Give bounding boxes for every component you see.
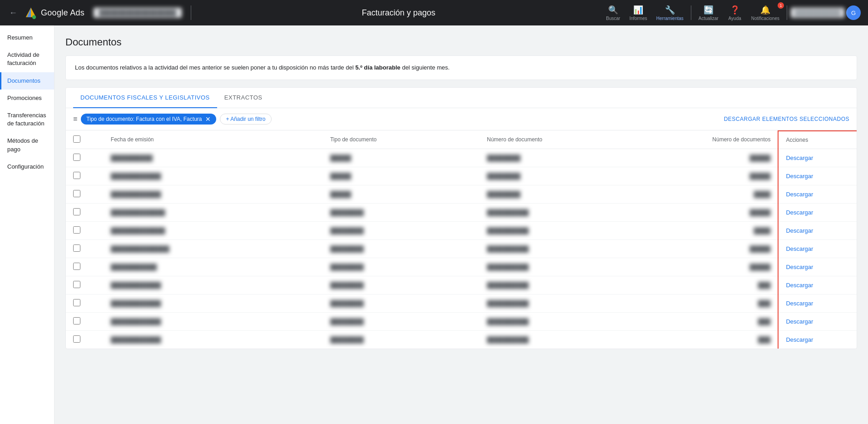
row-checkbox-cell <box>66 203 104 221</box>
row-select-checkbox[interactable] <box>73 299 80 306</box>
refresh-nav-button[interactable]: 🔄 Actualizar <box>695 3 722 23</box>
row-actions-cell: Descargar <box>778 167 857 185</box>
filter-icon[interactable]: ≡ <box>73 115 77 123</box>
sidebar-item-documentos[interactable]: Documentos <box>0 72 54 90</box>
row-num-docs: ████ <box>652 221 779 239</box>
sidebar-item-metodos[interactable]: Métodos de pago <box>0 132 54 158</box>
row-checkbox-cell <box>66 185 104 203</box>
back-button[interactable]: ← <box>7 6 19 20</box>
sidebar-item-transferencias[interactable]: Transferencias de facturación <box>0 107 54 132</box>
table-row: ████████████ ████████ ██████████ ███ Des… <box>66 276 857 294</box>
row-tipo: ████████ <box>323 258 480 276</box>
row-select-checkbox[interactable] <box>73 172 80 179</box>
row-checkbox-cell <box>66 258 104 276</box>
download-button[interactable]: Descargar <box>786 245 813 252</box>
col-header-check <box>66 131 104 149</box>
search-nav-button[interactable]: 🔍 Buscar <box>602 3 624 23</box>
row-select-checkbox[interactable] <box>73 263 80 270</box>
table-row: ████████████ ████████ ██████████ ███ Des… <box>66 312 857 330</box>
row-checkbox-cell <box>66 167 104 185</box>
col-header-acciones: Acciones <box>778 131 857 149</box>
row-tipo: ████████ <box>323 312 480 330</box>
content-card: DOCUMENTOS FISCALES Y LEGISLATIVOS EXTRA… <box>65 87 857 349</box>
row-num-docs: █████ <box>652 203 779 221</box>
row-checkbox-cell <box>66 149 104 167</box>
sidebar-item-actividad[interactable]: Actividad de facturación <box>0 46 54 72</box>
download-button[interactable]: Descargar <box>786 336 813 343</box>
row-numero-doc: ████████ <box>480 167 652 185</box>
sidebar-item-resumen[interactable]: Resumen <box>0 29 54 46</box>
table-header: Fecha de emisión Tipo de documento Númer… <box>66 131 857 149</box>
row-select-checkbox[interactable] <box>73 244 80 252</box>
row-tipo: ████████ <box>323 221 480 239</box>
row-select-checkbox[interactable] <box>73 208 80 215</box>
sidebar-item-configuracion[interactable]: Configuración <box>0 158 54 175</box>
row-fecha: ███████████ <box>104 258 323 276</box>
row-checkbox-cell <box>66 276 104 294</box>
page-wrapper: Resumen Actividad de facturación Documen… <box>0 25 868 424</box>
download-selected-button[interactable]: DESCARGAR ELEMENTOS SELECCIONADOS <box>724 116 849 122</box>
download-button[interactable]: Descargar <box>786 191 813 198</box>
notification-badge: 1 <box>778 2 784 9</box>
row-tipo: ████████ <box>323 330 480 349</box>
row-select-checkbox[interactable] <box>73 226 80 234</box>
tools-nav-label: Herramientas <box>656 16 684 21</box>
download-button[interactable]: Descargar <box>786 209 813 216</box>
add-filter-button[interactable]: + Añadir un filtro <box>220 114 271 125</box>
help-nav-button[interactable]: ❓ Ayuda <box>724 3 746 23</box>
row-select-checkbox[interactable] <box>73 317 80 324</box>
tab-fiscal[interactable]: DOCUMENTOS FISCALES Y LEGISLATIVOS <box>73 88 217 108</box>
top-navigation: ← Google Ads ████████████████████ Factur… <box>0 0 868 25</box>
row-numero-doc: ██████████ <box>480 312 652 330</box>
chip-close-icon: ✕ <box>205 115 211 123</box>
row-select-checkbox[interactable] <box>73 190 80 197</box>
row-fecha: ████████████ <box>104 312 323 330</box>
row-checkbox-cell <box>66 221 104 239</box>
row-select-checkbox[interactable] <box>73 154 80 161</box>
col-header-numero-doc: Número de documento <box>480 131 652 149</box>
select-all-checkbox[interactable] <box>73 135 80 143</box>
reports-nav-button[interactable]: 📊 Informes <box>626 3 651 23</box>
row-numero-doc: ██████████ <box>480 239 652 258</box>
col-header-fecha[interactable]: Fecha de emisión <box>104 131 323 149</box>
download-button[interactable]: Descargar <box>786 155 813 161</box>
page-header-title: Facturación y pagos <box>200 8 597 18</box>
active-filter-chip[interactable]: Tipo de documento: Factura con el IVA, F… <box>81 114 216 125</box>
row-checkbox-cell <box>66 294 104 312</box>
row-numero-doc: ████████ <box>480 149 652 167</box>
row-num-docs: █████ <box>652 258 779 276</box>
download-button[interactable]: Descargar <box>786 318 813 325</box>
row-fecha: ████████████ <box>104 330 323 349</box>
tools-nav-button[interactable]: 🔧 Herramientas <box>653 3 687 23</box>
table-row: ████████████ ████████ ██████████ ███ Des… <box>66 330 857 349</box>
table-row: █████████████ ████████ ██████████ ████ D… <box>66 221 857 239</box>
download-button[interactable]: Descargar <box>786 227 813 234</box>
row-select-checkbox[interactable] <box>73 335 80 343</box>
info-banner: Los documentos relativos a la actividad … <box>65 55 857 80</box>
row-num-docs: ███ <box>652 294 779 312</box>
col-header-tipo: Tipo de documento <box>323 131 480 149</box>
row-fecha: ████████████ <box>104 185 323 203</box>
download-button[interactable]: Descargar <box>786 282 813 289</box>
tab-extractos[interactable]: EXTRACTOS <box>217 88 270 108</box>
download-button[interactable]: Descargar <box>786 300 813 307</box>
avatar[interactable]: G <box>846 5 861 20</box>
row-checkbox-cell <box>66 239 104 258</box>
row-select-checkbox[interactable] <box>73 281 80 288</box>
logo-area: Google Ads <box>25 6 84 19</box>
notifications-nav-button[interactable]: 🔔 1 Notificaciones <box>748 3 783 23</box>
sidebar-item-promociones[interactable]: Promociones <box>0 90 54 107</box>
banner-text-before: Los documentos relativos a la actividad … <box>75 64 355 71</box>
search-icon: 🔍 <box>608 5 618 15</box>
table-row: ██████████ █████ ████████ █████ Descarga… <box>66 149 857 167</box>
row-fecha: ████████████ <box>104 167 323 185</box>
row-actions-cell: Descargar <box>778 221 857 239</box>
row-numero-doc: ██████████ <box>480 330 652 349</box>
account-selector[interactable]: ████████████████████ <box>94 8 182 18</box>
download-button[interactable]: Descargar <box>786 264 813 270</box>
table-header-row: Fecha de emisión Tipo de documento Númer… <box>66 131 857 149</box>
filters-row: ≡ Tipo de documento: Factura con el IVA,… <box>66 108 857 130</box>
row-numero-doc: ██████████ <box>480 258 652 276</box>
download-button[interactable]: Descargar <box>786 173 813 180</box>
row-actions-cell: Descargar <box>778 276 857 294</box>
